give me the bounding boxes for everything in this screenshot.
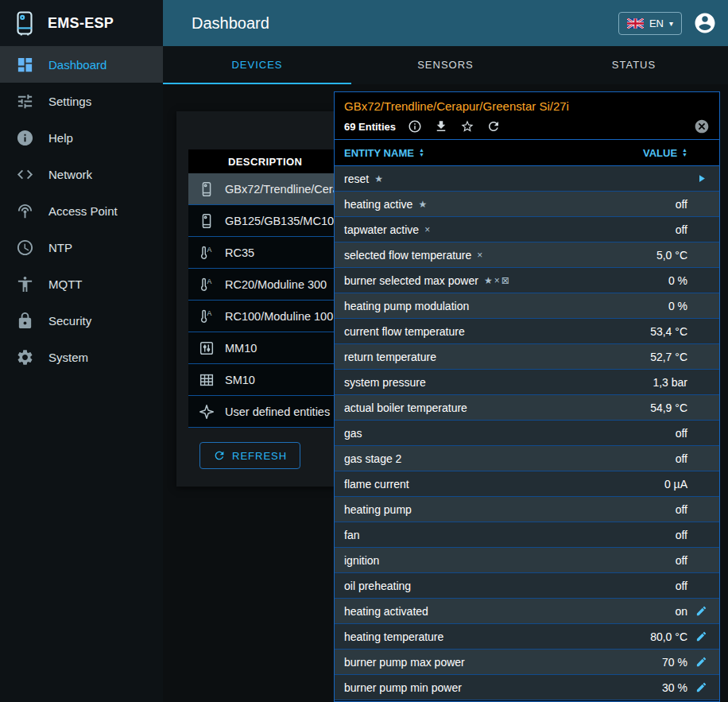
value-column-header: VALUE bbox=[643, 147, 677, 159]
entity-value: 52,7 °C bbox=[650, 351, 687, 363]
entity-row-ignition[interactable]: ignitionoff bbox=[335, 548, 719, 573]
refresh-button[interactable]: REFRESH bbox=[199, 442, 300, 469]
entity-name: gas bbox=[344, 427, 362, 440]
entity-name: gas stage 2 bbox=[344, 452, 401, 465]
entity-row-heating-active[interactable]: heating active★off bbox=[335, 192, 719, 217]
entity-rows: reset★heating active★offtapwater active×… bbox=[335, 166, 719, 701]
tab-devices[interactable]: DEVICES bbox=[163, 46, 351, 84]
entity-value: 0 % bbox=[668, 300, 687, 312]
entity-row-actual-boiler-temperature[interactable]: actual boiler temperature54,9 °C bbox=[335, 395, 719, 421]
entity-name: burner pump max power bbox=[344, 656, 465, 669]
edit-icon[interactable] bbox=[687, 656, 714, 668]
sidebar-item-security[interactable]: Security bbox=[0, 302, 163, 339]
entity-flag-icons: ★×⊠ bbox=[484, 275, 511, 286]
thermostat-icon: A bbox=[188, 244, 225, 262]
entity-row-tapwater-active[interactable]: tapwater active×off bbox=[335, 217, 719, 242]
sidebar-item-label: Settings bbox=[48, 95, 91, 108]
entity-row-heating-temperature[interactable]: heating temperature80,0 °C bbox=[335, 624, 719, 650]
tab-sensors[interactable]: SENSORS bbox=[351, 46, 540, 84]
download-icon[interactable] bbox=[434, 119, 448, 134]
star-icon[interactable] bbox=[460, 119, 474, 134]
sort-value[interactable]: ▲▼ bbox=[682, 148, 687, 157]
gear-icon bbox=[16, 348, 34, 367]
device-name: RC20/Moduline 300 bbox=[225, 278, 327, 291]
entity-row-burner-selected-max-power[interactable]: burner selected max power★×⊠0 % bbox=[335, 268, 719, 293]
device-name: GBx72/Trendline/Cera bbox=[225, 183, 339, 196]
entity-row-fan[interactable]: fanoff bbox=[335, 522, 719, 548]
edit-icon[interactable] bbox=[687, 605, 714, 617]
entity-name: reset bbox=[344, 173, 369, 185]
entity-name: oil preheating bbox=[344, 580, 411, 592]
entity-row-return-temperature[interactable]: return temperature52,7 °C bbox=[335, 344, 719, 370]
entity-row-heating-pump-modulation[interactable]: heating pump modulation0 % bbox=[335, 293, 719, 319]
language-label: EN bbox=[649, 17, 664, 29]
entity-row-heating-pump[interactable]: heating pumpoff bbox=[335, 497, 719, 522]
entity-row-burner-pump-max-power[interactable]: burner pump max power70 % bbox=[335, 650, 719, 675]
entity-row-heating-activated[interactable]: heating activatedon bbox=[335, 599, 719, 624]
info-icon[interactable] bbox=[408, 119, 422, 134]
sidebar-item-help[interactable]: Help bbox=[0, 119, 163, 156]
language-selector[interactable]: EN ▾ bbox=[618, 12, 682, 35]
chevron-down-icon: ▾ bbox=[669, 19, 673, 28]
entity-row-current-flow-temperature[interactable]: current flow temperature53,4 °C bbox=[335, 319, 719, 344]
page-title: Dashboard bbox=[192, 14, 618, 33]
solar-icon bbox=[188, 371, 225, 389]
entity-value: 70 % bbox=[662, 656, 687, 669]
refresh-icon bbox=[213, 449, 226, 462]
edit-icon[interactable] bbox=[687, 630, 714, 642]
mixer-icon bbox=[188, 339, 225, 357]
entity-name: fan bbox=[344, 529, 359, 541]
sidebar-item-network[interactable]: Network bbox=[0, 156, 163, 192]
boiler-logo-icon bbox=[11, 10, 38, 37]
tab-label: SENSORS bbox=[417, 59, 474, 71]
entity-name-column-header: ENTITY NAME bbox=[344, 147, 414, 159]
sidebar-item-label: Access Point bbox=[48, 204, 118, 218]
entity-row-system-pressure[interactable]: system pressure1,3 bar bbox=[335, 370, 719, 395]
refresh-entities-icon[interactable] bbox=[486, 119, 501, 134]
entity-value: off bbox=[676, 198, 687, 211]
info-icon bbox=[16, 129, 34, 147]
tab-bar: DEVICESSENSORSSTATUS bbox=[163, 46, 728, 84]
entity-name: ignition bbox=[344, 554, 379, 567]
account-icon[interactable] bbox=[693, 11, 717, 35]
close-icon[interactable] bbox=[694, 118, 710, 134]
entity-row-selected-flow-temperature[interactable]: selected flow temperature×5,0 °C bbox=[335, 242, 719, 268]
entity-row-flame-current[interactable]: flame current0 µA bbox=[335, 471, 719, 497]
uk-flag-icon bbox=[627, 18, 644, 29]
sidebar-item-label: Network bbox=[48, 168, 92, 181]
entity-row-gas[interactable]: gasoff bbox=[335, 421, 719, 446]
entity-name: heating activated bbox=[344, 605, 428, 618]
tab-status[interactable]: STATUS bbox=[540, 46, 728, 84]
sidebar-item-label: Help bbox=[48, 131, 73, 145]
sidebar-item-label: NTP bbox=[48, 241, 72, 254]
dialog-header: GBx72/Trendline/Cerapur/Greenstar Si/27i… bbox=[335, 92, 719, 139]
entity-value: off bbox=[676, 580, 687, 592]
tab-label: DEVICES bbox=[231, 59, 282, 71]
entity-value: 53,4 °C bbox=[650, 325, 687, 338]
custom-icon bbox=[188, 403, 225, 421]
sidebar-item-dashboard[interactable]: Dashboard bbox=[0, 46, 163, 83]
dashboard-icon bbox=[16, 56, 34, 74]
play-icon[interactable] bbox=[687, 173, 714, 184]
sidebar: EMS-ESP DashboardSettingsHelpNetworkAcce… bbox=[0, 0, 163, 702]
entity-value: on bbox=[675, 605, 687, 618]
entity-value: off bbox=[676, 503, 687, 516]
entity-row-reset[interactable]: reset★ bbox=[335, 166, 719, 192]
sidebar-item-access-point[interactable]: Access Point bbox=[0, 192, 163, 229]
sidebar-item-label: Security bbox=[48, 314, 91, 328]
entity-row-oil-preheating[interactable]: oil preheatingoff bbox=[335, 573, 719, 599]
device-name: User defined entities bbox=[225, 405, 330, 418]
sidebar-item-settings[interactable]: Settings bbox=[0, 83, 163, 119]
entity-value: off bbox=[676, 223, 687, 236]
entity-row-burner-pump-min-power[interactable]: burner pump min power30 % bbox=[335, 675, 719, 700]
entity-row-gas-stage-2[interactable]: gas stage 2off bbox=[335, 446, 719, 471]
sidebar-item-system[interactable]: System bbox=[0, 339, 163, 375]
sort-entity-name[interactable]: ▲▼ bbox=[419, 148, 424, 157]
entity-flag-icons: × bbox=[424, 224, 432, 235]
sidebar-item-mqtt[interactable]: MQTT bbox=[0, 266, 163, 302]
thermostat-icon: A bbox=[188, 308, 225, 325]
entity-value: 5,0 °C bbox=[656, 249, 687, 262]
edit-icon[interactable] bbox=[687, 681, 714, 693]
entity-name: return temperature bbox=[344, 351, 436, 363]
sidebar-item-ntp[interactable]: NTP bbox=[0, 229, 163, 266]
